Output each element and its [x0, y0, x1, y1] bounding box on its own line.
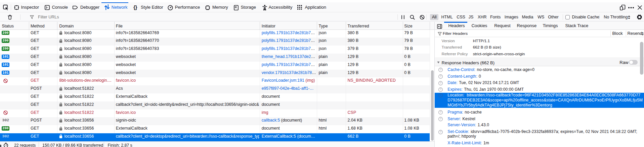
svg-text:?: ? — [440, 75, 441, 78]
svg-text:?: ? — [440, 118, 441, 121]
svg-text:?: ? — [440, 88, 441, 91]
svg-text:?: ? — [440, 94, 441, 97]
svg-text:?: ? — [440, 81, 441, 85]
svg-text:?: ? — [440, 130, 441, 134]
svg-text:?: ? — [440, 68, 441, 71]
svg-text:?: ? — [440, 111, 441, 114]
